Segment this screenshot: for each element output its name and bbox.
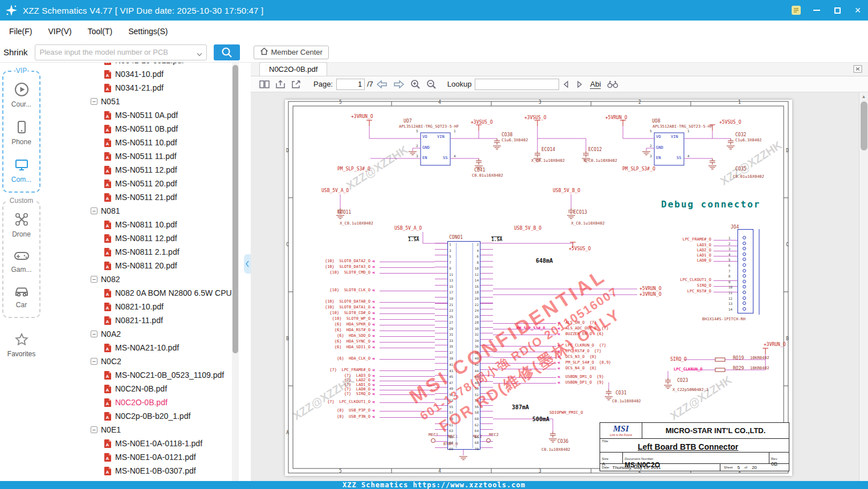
two-page-view-icon[interactable] [259, 80, 270, 89]
page-number-input[interactable] [336, 79, 365, 90]
scroll-up-icon[interactable]: ▲ [859, 92, 868, 100]
tree-file-row[interactable]: AMS-N0E1-0B-0307.pdf [43, 464, 251, 478]
tree-folder-row[interactable]: −N0A2 [43, 327, 251, 341]
menu-item[interactable]: File(F) [9, 27, 32, 36]
tree-folder-row[interactable]: −N051 [43, 95, 251, 108]
sch-label: CO23 [677, 378, 688, 383]
tree-file-row[interactable]: AMS-N0C21-0B_0523_1109.pdf [43, 368, 251, 382]
chevron-down-icon[interactable] [196, 50, 203, 59]
tree-file-row[interactable]: AN0341-10.pdf [43, 67, 251, 81]
pdf-scrollbar-thumb[interactable] [861, 101, 867, 150]
tree-file-row[interactable]: AN0C2p-0B-b20_1.pdf [43, 409, 251, 423]
member-center-button[interactable]: Member Center [254, 46, 329, 59]
next-page-icon[interactable] [393, 80, 405, 89]
lookup-input[interactable] [475, 79, 559, 90]
sch-label: C [286, 243, 289, 247]
search-button[interactable] [214, 44, 240, 60]
tree-scrollbar[interactable] [232, 63, 239, 481]
tree-file-row[interactable]: AMS-N0511 20.pdf [43, 177, 251, 190]
sch-label: 6 [476, 255, 479, 258]
zoom-in-icon[interactable] [410, 79, 421, 89]
sch-label: +5VRUN_O [605, 116, 627, 120]
minimize-button[interactable] [806, 0, 827, 21]
sch-label: 21 [449, 303, 453, 307]
wire [380, 331, 435, 331]
tree-folder-row[interactable]: −N0E1 [43, 423, 251, 437]
tree-file-row[interactable]: AMS-N0811 10.pdf [43, 218, 251, 231]
tree-file-row[interactable]: AN0C2N-0B.pdf [43, 382, 251, 396]
tree-file-row[interactable]: AN0821-10.pdf [43, 300, 251, 313]
tree-folder-row[interactable]: −N081 [43, 204, 251, 218]
tree-item-label: MS-N0E1-0A-0118-1.pdf [115, 439, 202, 448]
menu-item[interactable]: VIP(V) [48, 27, 71, 36]
sch-label: LAD0_O [697, 259, 711, 263]
tree-file-row[interactable]: AN082 0A BOM N2800 6.5W CPU [43, 286, 251, 300]
license-icon[interactable] [786, 0, 806, 21]
sch-label: 8 [476, 261, 479, 264]
tree-item-label: N0341-21.pdf [115, 83, 164, 92]
menu-item[interactable]: Tool(T) [88, 27, 113, 36]
tree-folder-row[interactable]: −N082 [43, 272, 251, 286]
tree-file-row[interactable]: AMS-N0511 21.pdf [43, 190, 251, 204]
collapse-folder-icon[interactable]: − [91, 358, 97, 365]
tree-file-row[interactable]: AMS-N0511 0B.pdf [43, 122, 251, 136]
sch-label: 35 [449, 345, 453, 348]
find-text-button[interactable]: Abi [590, 80, 601, 89]
export-icon[interactable] [275, 80, 286, 89]
pdf-file-icon: A [104, 234, 112, 243]
menu-item[interactable]: Settings(S) [128, 27, 168, 36]
sidebar-item-gamepad[interactable]: Gam... [3, 250, 39, 274]
pdf-scrollbar[interactable]: ▲ [859, 92, 868, 481]
sidebar-item-drone[interactable]: Drone [3, 212, 39, 238]
sch-label: UO7 [404, 119, 411, 124]
tree-file-row[interactable]: AN0341-21.pdf [43, 81, 251, 95]
tree-file-row[interactable]: AMS-N0511 0A.pdf [43, 108, 251, 122]
sidebar-item-phone[interactable]: Phone [3, 120, 39, 146]
tree-file-row[interactable]: AMS-N0E1-0A-0118-1.pdf [43, 437, 251, 450]
tree-file-row[interactable]: AN0C2O-0B.pdf [43, 396, 251, 409]
tree-file-row[interactable]: AMS-N0811 12.pdf [43, 231, 251, 245]
sidebar-item-computer[interactable]: Com... [3, 157, 39, 184]
collapse-folder-icon[interactable]: − [91, 426, 97, 433]
collapse-folder-icon[interactable]: − [91, 331, 97, 337]
tree-file-row[interactable]: AN0821-11.pdf [43, 313, 251, 327]
tree-file-row[interactable]: AMS-N0511 11.pdf [43, 149, 251, 163]
sidebar-item-favorites[interactable]: Favorites [0, 333, 43, 358]
shrink-button[interactable]: Shrink [3, 47, 28, 57]
sidebar-item-course[interactable]: Cour... [3, 82, 39, 108]
tree-file-row[interactable]: AMS-N0811 2.1.pdf [43, 245, 251, 259]
close-document-icon[interactable] [853, 65, 862, 75]
search-input[interactable] [35, 44, 207, 60]
tree-item-label: N082 [101, 275, 120, 284]
wire [714, 261, 737, 262]
previous-page-icon[interactable] [376, 80, 388, 89]
close-button[interactable]: × [847, 0, 868, 21]
tree-scrollbar-thumb[interactable] [233, 65, 238, 353]
collapse-folder-icon[interactable]: − [91, 276, 97, 283]
sch-label: SDIOPWR_PMIC_O [549, 411, 583, 415]
tree-file-row[interactable]: AMS-N0811 20.pdf [43, 259, 251, 272]
binoculars-icon[interactable] [607, 80, 618, 88]
zoom-out-icon[interactable] [426, 79, 437, 89]
find-previous-icon[interactable] [562, 80, 570, 88]
tree-folder-row[interactable]: −N0C2 [43, 354, 251, 368]
tree-item-label: N0C2p-0B-b20_1.pdf [115, 411, 190, 421]
sch-label: USB_5V_A_O [394, 226, 422, 231]
sch-label: LPC_CLKOUT1_O [680, 278, 711, 282]
sch-label: 13 [728, 302, 732, 305]
share-icon[interactable] [291, 80, 301, 89]
tree-file-row[interactable]: AMS-N0511 10.pdf [43, 136, 251, 149]
tab-document[interactable]: N0C2O-0B.pdf [259, 62, 327, 76]
collapse-folder-icon[interactable]: − [91, 98, 97, 105]
tree-item-label: MS-N0E1-0A-0121.pdf [115, 453, 196, 462]
find-next-icon[interactable] [576, 80, 584, 88]
tree-file-row[interactable]: AN0341-10-0522.pdf [43, 63, 251, 67]
tree-file-row[interactable]: AMS-N0E1-0A-0121.pdf [43, 450, 251, 464]
sidebar-item-car[interactable]: Car [3, 285, 39, 309]
tree-file-row[interactable]: AMS-N0511 12.pdf [43, 163, 251, 177]
collapse-folder-icon[interactable]: − [91, 207, 97, 214]
collapse-panel-handle[interactable] [244, 254, 251, 274]
pdf-file-icon: A [104, 262, 112, 270]
tree-file-row[interactable]: AMS-N0A21-10.pdf [43, 341, 251, 354]
maximize-button[interactable] [827, 0, 847, 21]
